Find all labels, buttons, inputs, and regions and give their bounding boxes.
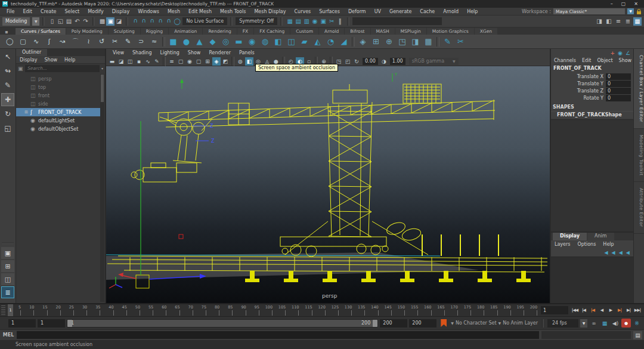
range-end-handle[interactable] bbox=[373, 320, 377, 327]
poly-helix-icon[interactable]: ◔ bbox=[324, 35, 337, 48]
viewport-canvas[interactable]: Z Z Y persp bbox=[106, 66, 550, 303]
wireframe-icon[interactable]: ◍ bbox=[236, 57, 244, 66]
snap-projected-center-icon[interactable]: ∪ bbox=[156, 17, 165, 26]
resolution-gate-icon[interactable]: ◉ bbox=[185, 57, 194, 66]
channel-box-menu-item[interactable]: Edit bbox=[579, 58, 595, 63]
2d-pan-zoom-icon[interactable]: ✎ bbox=[153, 57, 161, 66]
command-line-input[interactable] bbox=[17, 331, 539, 339]
snap-point-icon[interactable]: ∪ bbox=[148, 17, 156, 26]
minimize-button[interactable]: – bbox=[611, 1, 613, 7]
outliner-persp-layout-button[interactable]: ≣ bbox=[1, 286, 14, 298]
shelf-collapse-icon[interactable]: ▪ bbox=[5, 29, 8, 35]
playback-loop-icon[interactable]: ∞ bbox=[589, 319, 599, 328]
channel-value-field[interactable]: 0 bbox=[606, 73, 631, 80]
shelf-icon[interactable] bbox=[352, 37, 355, 47]
channel-value-field[interactable]: 0 bbox=[606, 88, 631, 94]
shaded-mode-icon[interactable]: ◧ bbox=[245, 57, 253, 66]
current-frame-field[interactable]: 1 bbox=[541, 306, 568, 314]
outliner-search-input[interactable] bbox=[25, 65, 100, 72]
viewport-icon[interactable] bbox=[231, 57, 234, 66]
menu-item[interactable]: Select bbox=[60, 9, 83, 14]
menu-item[interactable]: Help bbox=[463, 9, 482, 14]
layer-editor-tab[interactable]: Anim bbox=[587, 233, 614, 240]
poly-gear-icon[interactable]: ▰ bbox=[298, 35, 311, 48]
shelf-tab[interactable]: MSPlugin bbox=[395, 28, 426, 35]
undo-icon[interactable]: ↶ bbox=[73, 17, 81, 26]
set-key-icon[interactable] bbox=[441, 319, 447, 327]
four-view-layout-button[interactable]: ⊞ bbox=[1, 260, 14, 272]
render-icon[interactable]: ▦ bbox=[286, 17, 294, 26]
playback-end-field[interactable]: 200 bbox=[380, 319, 407, 328]
step-forward-key-button[interactable]: ▶| bbox=[615, 306, 624, 315]
move-layer-up-icon[interactable]: ◀ bbox=[604, 250, 608, 255]
select-hierarchy-icon[interactable]: ▩ bbox=[98, 17, 106, 26]
nurbs-circle-icon[interactable]: ◯ bbox=[4, 35, 16, 48]
shelf-icon[interactable] bbox=[162, 37, 165, 47]
maximize-button[interactable]: ▢ bbox=[621, 1, 626, 7]
shelf-tab[interactable]: Rendering bbox=[203, 28, 236, 35]
menu-item[interactable]: File bbox=[2, 9, 18, 14]
animation-start-field[interactable]: 1 bbox=[8, 319, 36, 328]
search-filter-icon[interactable]: ▣ bbox=[18, 66, 23, 72]
channel-value-field[interactable]: 0 bbox=[606, 81, 631, 87]
shelf-tab[interactable]: Curves / Surfaces bbox=[16, 28, 66, 35]
fps-caret-icon[interactable]: ▼ bbox=[580, 319, 587, 328]
extrude-icon[interactable]: ◳ bbox=[396, 35, 408, 48]
render-settings-icon[interactable]: ▥ bbox=[302, 17, 311, 26]
manipulator-display-icon[interactable]: + bbox=[611, 50, 615, 56]
shelf-tab[interactable]: FX Caching bbox=[254, 28, 290, 35]
film-gate-icon[interactable]: ▢ bbox=[177, 57, 185, 66]
menu-item[interactable]: Windows bbox=[134, 9, 163, 14]
detach-curve-icon[interactable]: ✂ bbox=[109, 35, 121, 48]
menu-item[interactable]: Mesh Tools bbox=[216, 9, 250, 14]
channel-name[interactable]: Translate Y bbox=[551, 81, 606, 87]
menu-item[interactable]: Cache bbox=[416, 9, 439, 14]
move-layer-down-icon[interactable]: ◀ bbox=[612, 250, 615, 255]
menu-item[interactable]: Surfaces bbox=[315, 9, 344, 14]
drag-handle[interactable] bbox=[1, 305, 5, 315]
channel-value-field[interactable]: 0 bbox=[606, 95, 631, 101]
channel-box-menu-item[interactable]: Show bbox=[616, 58, 635, 63]
go-to-start-button[interactable]: |◀◀ bbox=[571, 306, 579, 315]
menu-item[interactable]: Deform bbox=[344, 9, 370, 14]
outliner-menu-item[interactable]: Show bbox=[41, 57, 61, 63]
outliner-item[interactable]: ◫ top bbox=[16, 83, 105, 91]
close-button[interactable]: ✕ bbox=[634, 1, 638, 7]
channel-name[interactable]: Translate X bbox=[551, 74, 606, 79]
menu-item[interactable]: Modify bbox=[83, 9, 108, 14]
outliner-item[interactable]: ◫ side bbox=[16, 100, 105, 108]
menu-item[interactable]: Edit Mesh bbox=[184, 9, 216, 14]
playback-start-field[interactable]: 1 bbox=[38, 319, 65, 328]
shelf-tab[interactable]: Rigging bbox=[141, 28, 168, 35]
viewport-menu-item[interactable]: Show bbox=[184, 50, 205, 55]
modeling-toolkit-toggle-icon[interactable]: ≣ bbox=[624, 17, 632, 26]
hyperbolic-icon[interactable]: ∠ bbox=[626, 50, 630, 56]
image-plane-icon[interactable]: ∿ bbox=[144, 57, 152, 66]
open-scene-icon[interactable]: ◱ bbox=[56, 17, 64, 26]
quick-input-field[interactable] bbox=[352, 17, 442, 25]
camera-select-icon[interactable]: ◪ bbox=[117, 57, 125, 66]
pencil-curve-icon[interactable]: ↝ bbox=[56, 35, 69, 48]
menu-item[interactable]: Arnold bbox=[439, 9, 463, 14]
menu-item[interactable]: Display bbox=[108, 9, 134, 14]
bridge-icon[interactable]: ◨ bbox=[409, 35, 422, 48]
shape-node-name[interactable]: FRONT_OF_TRACKShape bbox=[551, 111, 633, 119]
layer-editor-menu-item[interactable]: Layers bbox=[551, 242, 574, 247]
shelf-tab[interactable]: MASH bbox=[371, 28, 395, 35]
shelf-icon[interactable] bbox=[436, 37, 439, 47]
bookmark-icon[interactable]: ▪ bbox=[135, 57, 143, 66]
outliner-item[interactable]: ◉ defaultLightSet bbox=[16, 116, 105, 125]
workspace-caret-icon[interactable]: ▼ bbox=[627, 8, 634, 14]
redo-icon[interactable]: ↷ bbox=[81, 17, 89, 26]
gamma-field[interactable]: 1.00 bbox=[390, 58, 405, 65]
menu-set-caret-icon[interactable]: ▼ bbox=[32, 17, 39, 26]
layer-editor-tab[interactable]: Display bbox=[553, 233, 587, 240]
add-divisions-icon[interactable]: ⊕ bbox=[383, 35, 395, 48]
sidebar-vertical-tab[interactable]: Modeling Toolkit bbox=[634, 129, 644, 182]
animation-end-field[interactable]: 200 bbox=[409, 319, 436, 328]
outliner-item[interactable]: ◉ defaultObjectSet bbox=[16, 125, 105, 133]
poly-sphere-icon[interactable]: ● bbox=[180, 35, 193, 48]
animation-preferences-icon[interactable]: ※ bbox=[632, 319, 642, 328]
loft-icon[interactable]: ≈ bbox=[148, 35, 160, 48]
search-caret-icon[interactable]: ▾ bbox=[101, 66, 103, 70]
